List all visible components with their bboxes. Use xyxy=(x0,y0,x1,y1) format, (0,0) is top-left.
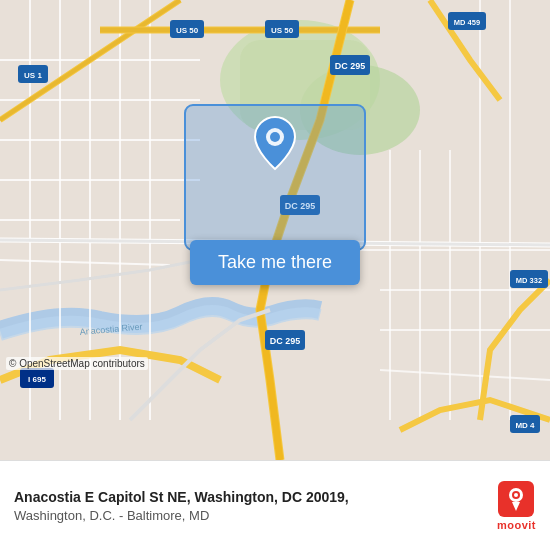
moovit-logo: moovit xyxy=(497,481,536,531)
svg-text:US 50: US 50 xyxy=(176,26,199,35)
svg-text:MD 332: MD 332 xyxy=(516,276,542,285)
svg-point-48 xyxy=(270,132,280,142)
svg-point-52 xyxy=(514,493,518,497)
subaddress-line: Washington, D.C. - Baltimore, MD xyxy=(14,508,487,523)
map-pin xyxy=(253,115,297,175)
moovit-icon xyxy=(498,481,534,517)
address-info: Anacostia E Capitol St NE, Washington, D… xyxy=(14,489,487,523)
address-line: Anacostia E Capitol St NE, Washington, D… xyxy=(14,489,487,505)
svg-text:MD 459: MD 459 xyxy=(454,18,480,27)
svg-text:I 695: I 695 xyxy=(28,375,46,384)
svg-text:DC 295: DC 295 xyxy=(335,61,366,71)
svg-text:MD 4: MD 4 xyxy=(515,421,535,430)
moovit-text: moovit xyxy=(497,519,536,531)
map-container: Anacostia River xyxy=(0,0,550,550)
osm-credit: © OpenStreetMap contributors xyxy=(6,357,148,370)
svg-text:US 1: US 1 xyxy=(24,71,42,80)
map-background: Anacostia River xyxy=(0,0,550,460)
roads-svg: Anacostia River xyxy=(0,0,550,460)
svg-text:DC 295: DC 295 xyxy=(270,336,301,346)
take-me-there-button[interactable]: Take me there xyxy=(190,240,360,285)
info-bar: Anacostia E Capitol St NE, Washington, D… xyxy=(0,460,550,550)
svg-text:US 50: US 50 xyxy=(271,26,294,35)
